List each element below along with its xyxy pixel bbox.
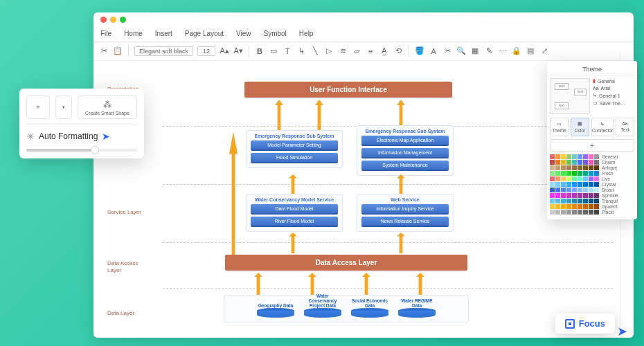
menu-symbol[interactable]: Symbol xyxy=(264,30,287,37)
arrow-icon xyxy=(229,131,238,256)
table-icon[interactable]: ▤ xyxy=(526,46,535,56)
theme-tab-text[interactable]: AaText xyxy=(616,118,634,136)
menu-help[interactable]: Help xyxy=(299,30,314,37)
zoom-icon[interactable]: 🔍 xyxy=(456,46,466,56)
rotate-icon[interactable]: ⟲ xyxy=(393,46,403,56)
menu-page-layout[interactable]: Page Layout xyxy=(185,30,224,37)
service-right-group[interactable]: Web Service Information Inquiry Service … xyxy=(357,194,454,232)
palette-list: GeneralCharmAntiqueFreshLiveCrystalBroad… xyxy=(550,154,634,215)
arrow-icon xyxy=(289,174,297,195)
minimize-icon[interactable] xyxy=(110,17,116,23)
maximize-icon[interactable] xyxy=(120,17,126,23)
font-select[interactable]: Elegant soft black xyxy=(134,46,193,56)
rect-icon[interactable]: ▭ xyxy=(269,46,278,56)
svc-item[interactable]: Flood Simulation xyxy=(251,153,338,163)
fill-icon[interactable]: 🪣 xyxy=(415,46,424,56)
group-title: Emergency Response Sub System xyxy=(251,134,338,138)
more-icon[interactable]: ⋯ xyxy=(498,46,508,56)
theme-tab-connector[interactable]: ↳Connector xyxy=(591,118,614,136)
theme-opt[interactable]: ▭Save The… xyxy=(593,100,634,106)
group-title: Web Service xyxy=(361,197,449,202)
text-icon[interactable]: T xyxy=(283,46,292,56)
theme-options-list: ▮General AaArial ↳General 1 ▭Save The… xyxy=(593,78,634,114)
smart-dropdown-button[interactable]: ▾ xyxy=(55,95,72,119)
arrow-icon xyxy=(289,233,297,253)
data-access-layer-bar[interactable]: Data Access Layer xyxy=(225,255,467,271)
theme-panel-title: Theme xyxy=(550,64,634,75)
menu-view[interactable]: View xyxy=(236,30,251,37)
theme-opt[interactable]: AaArial xyxy=(593,86,634,91)
svc-item[interactable]: Model Parameter Setting xyxy=(251,140,338,151)
connector-icon[interactable]: ↳ xyxy=(296,46,306,56)
theme-tab-color[interactable]: ▦Color xyxy=(571,118,589,136)
palette-row[interactable]: Live xyxy=(550,176,634,181)
user-function-interface-bar[interactable]: User Function Interface xyxy=(244,82,452,98)
auto-formatting-label[interactable]: Auto Formatting xyxy=(39,131,98,141)
create-smart-shape-button[interactable]: ⁂ Create Smart Shape xyxy=(78,95,137,119)
cylinder[interactable]: Water Conservancy Project Data xyxy=(304,298,341,318)
pen-icon[interactable]: ✎ xyxy=(484,46,494,56)
font-size[interactable]: 12 xyxy=(197,46,215,56)
palette-row[interactable]: Fresh xyxy=(550,171,634,176)
svc-item[interactable]: Information Inquiry Service xyxy=(361,204,449,215)
palette-row[interactable]: Opulent xyxy=(550,204,634,209)
theme-opt[interactable]: ↳General 1 xyxy=(593,93,634,98)
palette-row[interactable]: Antique xyxy=(550,165,634,170)
svc-item[interactable]: System Maintenance xyxy=(361,161,449,171)
slider-knob[interactable] xyxy=(91,146,99,154)
business-left-group[interactable]: Emergency Response Sub System Model Para… xyxy=(246,130,343,168)
svc-item[interactable]: Information Management xyxy=(361,148,449,158)
cylinder[interactable]: Geography Data xyxy=(257,298,294,318)
svc-item[interactable]: News Release Service xyxy=(361,217,449,227)
paste-icon[interactable]: 📋 xyxy=(113,46,123,56)
format-slider[interactable] xyxy=(26,149,137,152)
decrease-font-icon[interactable]: A▾ xyxy=(233,46,243,56)
line-icon[interactable]: ╲ xyxy=(310,46,320,56)
menu-insert[interactable]: Insert xyxy=(155,30,172,37)
palette-row[interactable]: Tranquil xyxy=(550,199,634,203)
business-right-group[interactable]: Emergency Response Sub System Electronic… xyxy=(357,125,454,176)
arrow-icon xyxy=(254,273,262,296)
menu-home[interactable]: Home xyxy=(124,30,143,37)
theme-tab-theme[interactable]: ▭Theme xyxy=(550,118,569,136)
lock-icon[interactable]: 🔒 xyxy=(512,46,521,56)
text-style-icon[interactable]: A̲ xyxy=(379,46,389,56)
crop-icon[interactable]: ✂ xyxy=(442,46,452,56)
layers-icon[interactable]: ≋ xyxy=(338,46,348,56)
expand-icon[interactable]: ⤢ xyxy=(539,46,549,56)
service-left-group[interactable]: Water Conservancy Model Service Dam Floo… xyxy=(246,194,343,232)
align-icon[interactable]: ≡ xyxy=(366,46,375,56)
grid-icon[interactable]: ▦ xyxy=(470,46,480,56)
bold-icon[interactable]: B xyxy=(255,46,265,56)
shape-icon[interactable]: ▱ xyxy=(352,46,361,56)
svc-item[interactable]: Electronic Map Application xyxy=(361,136,449,146)
svc-item[interactable]: River Flood Model xyxy=(251,217,338,227)
palette-row[interactable]: Charm xyxy=(550,160,634,165)
palette-row[interactable]: Sprinkle xyxy=(550,193,634,198)
cylinder[interactable]: Water REGIME Data xyxy=(398,298,436,318)
cut-icon[interactable]: ✂ xyxy=(99,46,109,56)
focus-button[interactable]: Focus xyxy=(555,313,615,334)
palette-row[interactable]: General xyxy=(550,154,634,159)
palette-row[interactable]: Broad xyxy=(550,188,634,192)
menu-file[interactable]: File xyxy=(100,30,111,37)
group-title: Water Conservancy Model Service xyxy=(251,197,338,202)
theme-preview[interactable]: text text text xyxy=(550,78,590,114)
focus-icon xyxy=(565,319,575,329)
cylinder[interactable]: Social Economic Data xyxy=(351,298,388,318)
arrow-icon xyxy=(362,273,370,296)
smart-shape-popup: ✳ ▾ ⁂ Create Smart Shape ✳ Auto Formatti… xyxy=(19,89,144,158)
theme-add-button[interactable]: + xyxy=(550,139,634,152)
increase-font-icon[interactable]: A▴ xyxy=(220,46,229,56)
close-icon[interactable] xyxy=(100,17,107,23)
data-layer-group[interactable]: Geography Data Water Conservancy Project… xyxy=(224,295,469,322)
theme-opt[interactable]: ▮General xyxy=(593,78,634,84)
layer-label-data: Data Layer xyxy=(93,310,149,317)
arrow-icon xyxy=(416,273,424,296)
font-color-icon[interactable]: A xyxy=(429,46,438,56)
smart-spark-button[interactable]: ✳ xyxy=(26,95,50,119)
pointer-icon[interactable]: ▷ xyxy=(324,46,334,56)
svc-item[interactable]: Dam Flood Model xyxy=(251,204,338,215)
palette-row[interactable]: Placid xyxy=(550,210,634,215)
palette-row[interactable]: Crystal xyxy=(550,182,634,187)
